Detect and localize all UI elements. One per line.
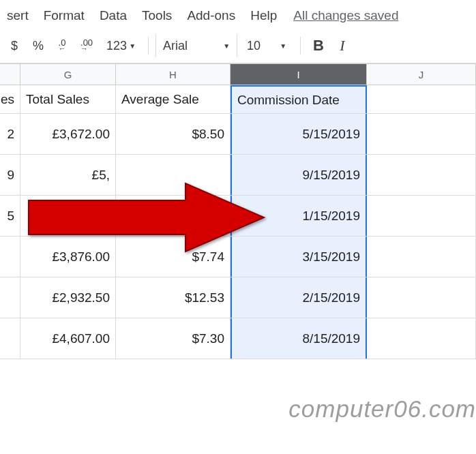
cell[interactable]: $10.66 xyxy=(116,196,230,236)
cell[interactable] xyxy=(367,155,476,195)
menu-insert[interactable]: sert xyxy=(0,5,35,26)
chevron-down-icon: ▼ xyxy=(280,42,286,50)
italic-button[interactable]: I xyxy=(332,34,353,57)
col-header-h[interactable]: H xyxy=(116,64,230,85)
font-family-label: Arial xyxy=(163,39,188,53)
menu-tools[interactable]: Tools xyxy=(135,5,179,26)
menu-addons[interactable]: Add-ons xyxy=(180,5,242,26)
cell[interactable]: $8.50 xyxy=(116,114,230,154)
bold-button[interactable]: B xyxy=(308,34,329,57)
cell[interactable]: £4,607.00 xyxy=(20,318,116,359)
table-row: 5 £8,474.50 $10.66 1/15/2019 xyxy=(0,196,476,237)
cell[interactable] xyxy=(367,237,476,277)
save-status-link[interactable]: All changes saved xyxy=(293,8,398,23)
cell[interactable]: Average Sale xyxy=(116,85,230,113)
table-row: £4,607.00 $7.30 8/15/2019 xyxy=(0,318,476,359)
number-format-button[interactable]: 123▼ xyxy=(101,34,141,57)
cell[interactable]: £5, xyxy=(20,155,116,195)
cell[interactable]: £8,474.50 xyxy=(20,196,116,236)
col-header-g[interactable]: G xyxy=(20,64,116,85)
cell[interactable]: £3,876.00 xyxy=(20,237,116,277)
cell[interactable] xyxy=(0,318,20,359)
percent-button[interactable]: % xyxy=(27,34,49,57)
menu-format[interactable]: Format xyxy=(37,5,91,26)
cell[interactable]: $7.74 xyxy=(116,237,230,277)
toolbar: $ % .0← .00→ 123▼ Arial ▼ 10 ▼ B I xyxy=(0,31,476,63)
col-header-j[interactable]: J xyxy=(367,64,476,85)
cell[interactable] xyxy=(116,155,230,195)
font-family-select[interactable]: Arial ▼ xyxy=(155,34,237,57)
cell[interactable] xyxy=(367,114,476,154)
cell[interactable] xyxy=(367,318,476,359)
cell[interactable] xyxy=(367,196,476,236)
table-row: 2 £3,672.00 $8.50 5/15/2019 xyxy=(0,114,476,155)
cell[interactable]: 2 xyxy=(0,114,20,154)
font-size-select[interactable]: 10 ▼ xyxy=(240,34,293,57)
cell[interactable]: £2,932.50 xyxy=(20,277,116,318)
table-row: £2,932.50 $12.53 2/15/2019 xyxy=(0,277,476,318)
cell-selected[interactable]: 3/15/2019 xyxy=(230,237,367,277)
cell[interactable]: £3,672.00 xyxy=(20,114,116,154)
cell[interactable] xyxy=(0,277,20,318)
currency-button[interactable]: $ xyxy=(4,34,25,57)
cell[interactable]: es xyxy=(0,85,20,113)
cell-selected[interactable]: 5/15/2019 xyxy=(230,114,367,154)
cell[interactable] xyxy=(367,277,476,318)
cell[interactable] xyxy=(367,85,476,113)
cell[interactable]: $7.30 xyxy=(116,318,230,359)
cell-selected[interactable]: Commission Date xyxy=(230,85,367,113)
font-size-label: 10 xyxy=(247,39,261,53)
menu-help[interactable]: Help xyxy=(243,5,284,26)
cell-selected[interactable]: 1/15/2019 xyxy=(230,196,367,236)
menu-bar: sert Format Data Tools Add-ons Help All … xyxy=(0,0,476,31)
cell-selected[interactable]: 2/15/2019 xyxy=(230,277,367,318)
increase-decimal-button[interactable]: .00→ xyxy=(75,34,98,57)
column-headers: G H I J xyxy=(0,63,476,85)
col-header-i-selected[interactable]: I xyxy=(230,64,367,85)
table-row: 9 £5, 9/15/2019 xyxy=(0,155,476,196)
table-row: £3,876.00 $7.74 3/15/2019 xyxy=(0,237,476,277)
cell[interactable]: $12.53 xyxy=(116,277,230,318)
cell[interactable]: 5 xyxy=(0,196,20,236)
cell[interactable]: Total Sales xyxy=(20,85,116,113)
col-header-f[interactable] xyxy=(0,64,20,85)
toolbar-separator xyxy=(300,37,301,55)
toolbar-separator xyxy=(148,37,149,55)
menu-data[interactable]: Data xyxy=(93,5,134,26)
cell[interactable] xyxy=(0,237,20,277)
cell[interactable]: 9 xyxy=(0,155,20,195)
watermark-text: computer06.com xyxy=(288,395,476,423)
cell-selected[interactable]: 8/15/2019 xyxy=(230,318,367,359)
cell-selected[interactable]: 9/15/2019 xyxy=(230,155,367,195)
table-header-row: es Total Sales Average Sale Commission D… xyxy=(0,85,476,114)
decrease-decimal-button[interactable]: .0← xyxy=(52,34,72,57)
chevron-down-icon: ▼ xyxy=(223,42,230,50)
spreadsheet: G H I J es Total Sales Average Sale Comm… xyxy=(0,63,476,359)
